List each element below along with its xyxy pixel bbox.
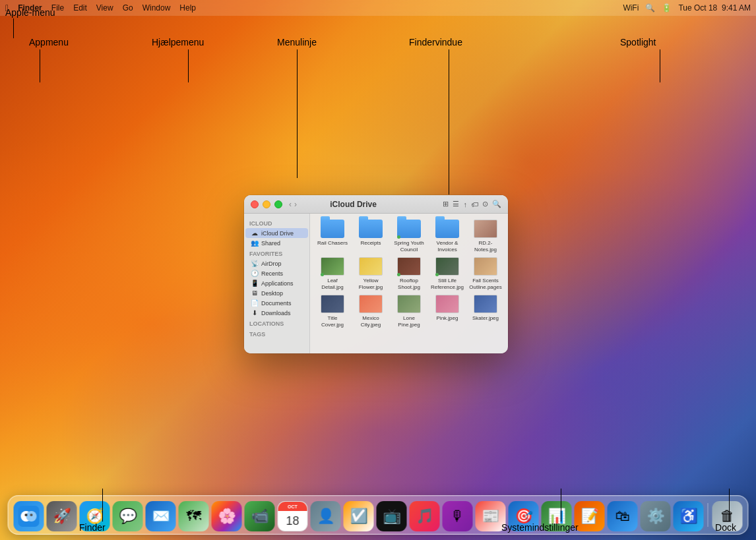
files-grid: Rail Chasers Receipts Spring Youth Counc…: [315, 219, 503, 328]
share-icon[interactable]: ↑: [463, 200, 467, 208]
file-item[interactable]: Yellow Flower.jpg: [354, 256, 388, 290]
file-item[interactable]: Leaf Detail.jpg: [315, 256, 350, 290]
file-item[interactable]: Lone Pine.jpeg: [392, 294, 426, 328]
file-name: Rooftop Shoot.jpg: [393, 278, 425, 290]
sidebar-item-desktop[interactable]: 🖥 Desktop: [245, 288, 308, 298]
menu-help[interactable]: Help: [179, 3, 196, 13]
file-name: Rail Chasers: [317, 240, 348, 247]
file-item[interactable]: Still Life Reference.jpg: [430, 256, 464, 290]
connector-appmenu: [40, 49, 40, 82]
menu-window[interactable]: Window: [142, 3, 171, 13]
file-item[interactable]: Spring Youth Council: [392, 219, 426, 253]
sidebar-section-icloud: iCloud: [244, 218, 309, 228]
close-button[interactable]: [251, 200, 259, 208]
file-name: Fall Scents Outline.pages: [469, 278, 502, 290]
dock-icon-reminders[interactable]: ☑️: [344, 501, 374, 531]
sidebar-label-applications: Applications: [261, 280, 294, 287]
file-item[interactable]: Mexico City.jpeg: [354, 294, 388, 328]
file-item[interactable]: Title Cover.jpg: [315, 294, 350, 328]
recents-icon: 🕐: [251, 270, 259, 277]
dock-icon-system-settings[interactable]: ⚙️: [641, 501, 671, 531]
tag-icon[interactable]: 🏷: [471, 200, 478, 208]
sidebar-label-downloads: Downloads: [261, 310, 291, 316]
sidebar-item-downloads[interactable]: ⬇ Downloads: [245, 308, 308, 318]
file-item[interactable]: Rooftop Shoot.jpg: [392, 256, 426, 290]
sidebar-item-icloud-drive[interactable]: ☁ iCloud Drive: [245, 228, 308, 238]
file-item[interactable]: Fall Scents Outline.pages: [468, 256, 503, 290]
forward-arrow[interactable]: ›: [294, 200, 297, 209]
downloads-icon: ⬇: [251, 309, 259, 316]
sidebar-item-applications[interactable]: 📱 Applications: [245, 278, 308, 288]
dock-icon-contacts[interactable]: 👤: [311, 501, 341, 531]
sidebar-label-icloud-drive: iCloud Drive: [261, 230, 294, 237]
connector-settings-bottom: [561, 489, 561, 522]
dock-icon-finder[interactable]: [14, 501, 44, 531]
dock-icon-launchpad[interactable]: 🚀: [47, 501, 77, 531]
view-grid-icon[interactable]: ⊞: [443, 200, 449, 208]
file-name: Still Life Reference.jpg: [431, 278, 464, 290]
desktop:  Finder File Edit View Go Window Help W…: [0, 0, 756, 540]
dock-icon-podcasts[interactable]: 🎙: [443, 501, 473, 531]
finder-window: ‹ › iCloud Drive ⊞ ☰ ↑ 🏷 ⊙ 🔍 iCloud ☁ iC…: [244, 195, 508, 353]
connector-spotlight: [660, 49, 660, 82]
file-item[interactable]: RD.2-Notes.jpg: [468, 219, 503, 253]
dock-separator: [708, 503, 709, 527]
documents-icon: 📄: [251, 299, 259, 307]
sidebar-item-shared[interactable]: 👥 Shared: [245, 238, 308, 248]
menu-go[interactable]: Go: [123, 3, 133, 13]
search-icon[interactable]: 🔍: [492, 200, 501, 208]
dock-icon-pages[interactable]: 📝: [575, 501, 605, 531]
sidebar-item-recents[interactable]: 🕐 Recents: [245, 268, 308, 278]
dock-icon-accessibility[interactable]: ♿: [674, 501, 704, 531]
sidebar-label-recents: Recents: [261, 270, 283, 277]
finder-sidebar: iCloud ☁ iCloud Drive 👥 Shared Favorites…: [244, 214, 310, 353]
dock-icon-appstore[interactable]: 🛍: [608, 501, 638, 531]
action-icon[interactable]: ⊙: [482, 200, 488, 208]
wifi-icon[interactable]: WiFi: [623, 3, 639, 13]
connector-dock-bottom: [729, 489, 730, 522]
annotation-finder: Finder: [79, 522, 106, 533]
file-name: Mexico City.jpeg: [354, 315, 387, 328]
search-icon[interactable]: 🔍: [645, 3, 655, 13]
annotation-appmenu: Appmenu: [29, 36, 69, 48]
dock-icon-maps[interactable]: 🗺: [179, 501, 209, 531]
sidebar-label-shared: Shared: [261, 240, 280, 247]
maximize-button[interactable]: [274, 200, 282, 208]
file-name: RD.2-Notes.jpg: [469, 240, 502, 253]
menu-view[interactable]: View: [96, 3, 113, 13]
dock-icon-photos[interactable]: 🌸: [212, 501, 242, 531]
file-name: Lone Pine.jpeg: [393, 315, 425, 328]
file-name: Receipts: [360, 240, 381, 247]
finder-body: iCloud ☁ iCloud Drive 👥 Shared Favorites…: [244, 214, 508, 353]
connector-menulinje: [297, 49, 298, 178]
annotation-menulinje: Menulinje: [277, 36, 317, 48]
file-item[interactable]: Receipts: [354, 219, 388, 253]
file-item[interactable]: Rail Chasers: [315, 219, 350, 253]
file-name: Title Cover.jpg: [316, 315, 349, 328]
dock-icon-facetime[interactable]: 📹: [245, 501, 275, 531]
file-item[interactable]: Skater.jpeg: [468, 294, 503, 328]
icloud-icon: ☁: [251, 229, 259, 237]
svg-point-3: [25, 514, 28, 516]
view-list-icon[interactable]: ☰: [453, 200, 459, 208]
sidebar-item-documents[interactable]: 📄 Documents: [245, 298, 308, 308]
svg-point-4: [30, 514, 33, 516]
back-arrow[interactable]: ‹: [289, 200, 292, 209]
dock-icon-calendar[interactable]: OCT 18: [278, 501, 308, 531]
connector-hjaelpemenu: [188, 49, 189, 82]
dock-icon-mail[interactable]: ✉️: [146, 501, 176, 531]
dock: 🚀 🧭 💬 ✉️ 🗺 🌸 📹 OCT: [8, 495, 749, 535]
finder-toolbar: ⊞ ☰ ↑ 🏷 ⊙ 🔍: [443, 200, 501, 208]
traffic-lights: [251, 200, 282, 208]
dock-icon-appletv[interactable]: 📺: [377, 501, 407, 531]
finder-nav: ‹ ›: [289, 200, 297, 209]
sidebar-label-documents: Documents: [261, 300, 292, 307]
menu-edit[interactable]: Edit: [73, 3, 87, 13]
file-item[interactable]: Vendor & Invoices: [430, 219, 464, 253]
sidebar-label-airdrop: AirDrop: [261, 260, 282, 267]
file-item[interactable]: Pink.jpeg: [430, 294, 464, 328]
sidebar-item-airdrop[interactable]: 📡 AirDrop: [245, 258, 308, 268]
minimize-button[interactable]: [263, 200, 270, 208]
dock-icon-messages[interactable]: 💬: [113, 501, 143, 531]
dock-icon-music[interactable]: 🎵: [410, 501, 440, 531]
